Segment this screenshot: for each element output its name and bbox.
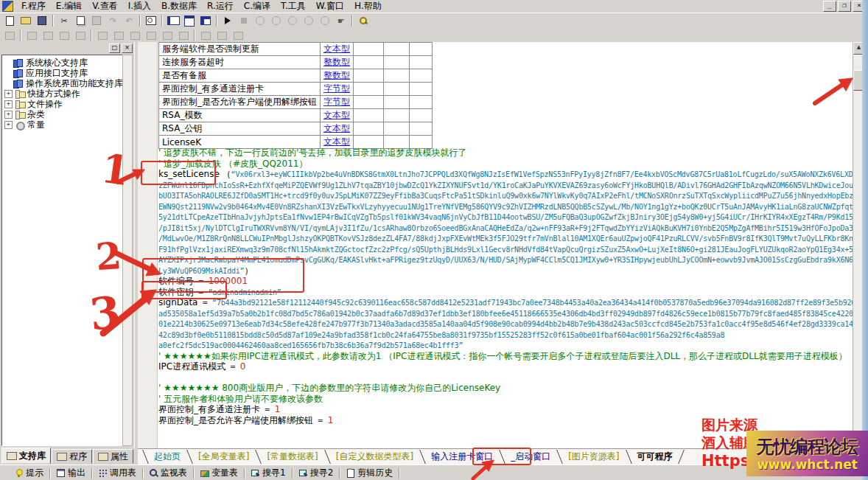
layout-grid-button[interactable] xyxy=(198,14,213,27)
constant-name-cell[interactable]: RSA_模数 xyxy=(159,109,321,122)
constant-name-cell[interactable]: LicenseK xyxy=(159,136,321,149)
constant-type-cell[interactable]: 字节型 xyxy=(321,96,354,109)
bottom-tool-调用表[interactable]: 调用表 xyxy=(94,467,141,479)
expand-icon[interactable]: + xyxy=(4,121,13,129)
sidebar-tab-属性[interactable]: 属性 xyxy=(93,449,133,464)
stop-button[interactable] xyxy=(237,14,251,27)
table-row[interactable]: 是否有备服整数型 xyxy=(159,69,433,83)
doc-tab-4[interactable]: [自定义数据类型表] xyxy=(327,449,422,465)
sidebar-tab-程序[interactable]: 程序 xyxy=(52,449,92,464)
save-button[interactable] xyxy=(35,14,49,27)
menu-item-7[interactable]: C.编译 xyxy=(239,1,276,12)
empty-cell[interactable] xyxy=(354,83,384,96)
constant-type-cell[interactable]: 整数型 xyxy=(321,56,354,69)
bottom-tool-剪辑历史[interactable]: 剪辑历史 xyxy=(342,467,397,479)
empty-cell[interactable] xyxy=(410,83,433,96)
constant-name-cell[interactable]: 界面控制_是否允许客户端使用解绑按钮 xyxy=(159,96,321,109)
empty-cell[interactable] xyxy=(354,96,384,109)
debug-button-4[interactable] xyxy=(301,14,316,27)
menu-item-6[interactable]: R.运行 xyxy=(202,1,239,12)
constant-name-cell[interactable]: 连接服务器超时 xyxy=(159,56,321,69)
empty-cell[interactable] xyxy=(384,43,410,56)
expand-icon[interactable]: + xyxy=(4,90,13,98)
menu-item-1[interactable]: F.程序 xyxy=(16,1,51,12)
doc-tab-8[interactable]: 可可程序 xyxy=(629,449,682,465)
empty-cell[interactable] xyxy=(354,122,384,136)
table-row[interactable]: 界面控制_有多通道注册卡字节型 xyxy=(159,83,433,96)
constant-type-cell[interactable]: 整数型 xyxy=(321,69,354,83)
constant-type-cell[interactable]: 文本型 xyxy=(321,122,354,136)
menu-item-5[interactable]: B.数据库 xyxy=(156,1,202,12)
table-row[interactable]: 服务端软件是否强制更新文本型 xyxy=(159,43,433,56)
minimize-button[interactable]: _ xyxy=(823,1,836,12)
doc-tab-5[interactable]: 输入注册卡窗口 xyxy=(422,449,502,465)
empty-cell[interactable] xyxy=(384,136,410,149)
open-file-button[interactable] xyxy=(18,14,33,27)
menu-item-9[interactable]: W.窗口 xyxy=(311,1,349,12)
bottom-tool-提示[interactable]: 提示 xyxy=(10,467,48,479)
constant-name-cell[interactable]: 是否有备服 xyxy=(159,69,321,83)
constant-name-cell[interactable]: 服务端软件是否强制更新 xyxy=(159,43,321,56)
cut-button[interactable]: ✂ xyxy=(57,14,71,27)
constant-type-cell[interactable]: 文本型 xyxy=(321,109,354,122)
sidebar-item-5[interactable]: +文件操作 xyxy=(2,99,125,109)
empty-cell[interactable] xyxy=(410,96,433,109)
empty-cell[interactable] xyxy=(384,69,410,83)
menu-item-10[interactable]: H.帮助 xyxy=(349,1,387,12)
empty-cell[interactable] xyxy=(410,122,433,136)
constant-type-cell[interactable]: 文本型 xyxy=(321,43,354,56)
bottom-tool-变量表[interactable]: 变量表 xyxy=(196,467,242,479)
expand-icon[interactable]: + xyxy=(4,100,13,108)
editor-scrollbar[interactable]: ▲ ▼ xyxy=(853,42,863,448)
table-row[interactable]: RSA_公钥文本型 xyxy=(159,122,433,136)
bottom-tool-监视表[interactable]: 监视表 xyxy=(145,467,192,479)
code-lines[interactable]: ' 追梦皮肤不错，下边一行反前边的'号去掉，加载目录里的追梦皮肤模块就行了' 追… xyxy=(158,147,850,425)
constant-type-cell[interactable]: 文本型 xyxy=(321,136,354,149)
empty-cell[interactable] xyxy=(410,109,433,122)
sidebar-item-6[interactable]: +杂类 xyxy=(2,109,125,119)
doc-tab-2[interactable]: [全局变量表] xyxy=(189,449,258,465)
constant-name-cell[interactable]: RSA_公钥 xyxy=(159,122,321,136)
empty-cell[interactable] xyxy=(384,56,410,69)
menu-item-4[interactable]: I.插入 xyxy=(123,1,156,12)
empty-cell[interactable] xyxy=(410,69,433,83)
menu-item-2[interactable]: E.编辑 xyxy=(51,1,87,12)
empty-cell[interactable] xyxy=(384,122,410,136)
restore-button[interactable]: ❐ xyxy=(838,1,851,12)
hand-button[interactable]: ☛ xyxy=(334,14,349,27)
constant-type-cell[interactable]: 字节型 xyxy=(321,83,354,96)
debug-button-2[interactable] xyxy=(269,14,284,27)
empty-cell[interactable] xyxy=(410,43,433,56)
empty-cell[interactable] xyxy=(410,136,433,149)
empty-cell[interactable] xyxy=(354,109,384,122)
layout-left-button[interactable] xyxy=(166,14,181,27)
constant-name-cell[interactable]: 界面控制_有多通道注册卡 xyxy=(159,83,321,96)
debug-button-3[interactable] xyxy=(285,14,300,27)
run-button[interactable] xyxy=(220,14,235,27)
sidebar-item-7[interactable]: +常量 xyxy=(2,119,125,130)
paste-button[interactable] xyxy=(89,14,104,27)
doc-tab-1[interactable]: 起始页 xyxy=(145,449,189,465)
panel-float-icon[interactable]: □ xyxy=(109,44,120,53)
bottom-tool-搜寻2[interactable]: 搜寻2 xyxy=(295,467,338,479)
doc-tab-3[interactable]: [常量数据表] xyxy=(258,449,326,465)
bottom-tool-搜寻1[interactable]: 搜寻1 xyxy=(247,467,290,479)
sidebar-item-4[interactable]: +快捷方式操作 xyxy=(2,88,125,99)
find-window-button[interactable] xyxy=(144,14,158,27)
layout-top-button[interactable] xyxy=(182,14,197,27)
copy-button[interactable] xyxy=(73,14,88,27)
table-row[interactable]: 界面控制_是否允许客户端使用解绑按钮字节型 xyxy=(159,96,433,109)
empty-cell[interactable] xyxy=(354,136,384,149)
redo-button[interactable]: ↷ xyxy=(105,14,120,27)
empty-cell[interactable] xyxy=(354,56,384,69)
debug-button-1[interactable] xyxy=(253,14,267,27)
menu-item-8[interactable]: T.工具 xyxy=(276,1,311,12)
sidebar-tab-支持库[interactable]: 支持库 xyxy=(1,448,51,464)
new-file-button[interactable] xyxy=(2,14,17,27)
panel-close-icon[interactable]: × xyxy=(122,44,133,53)
table-row[interactable]: RSA_模数文本型 xyxy=(159,109,433,122)
bottom-tool-输出[interactable]: 输出 xyxy=(52,467,90,479)
empty-cell[interactable] xyxy=(410,56,433,69)
empty-cell[interactable] xyxy=(384,96,410,109)
expand-icon[interactable]: + xyxy=(4,111,13,119)
